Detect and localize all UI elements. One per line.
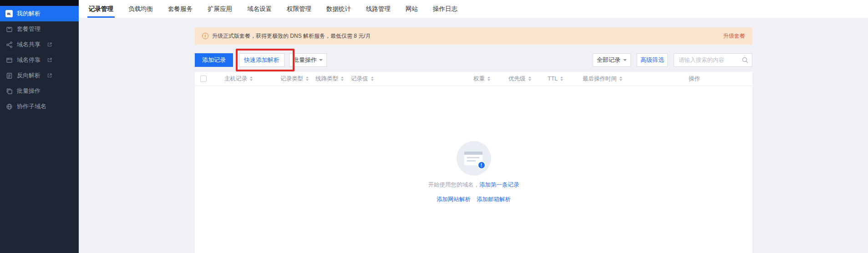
- column-label: 最后操作时间: [583, 75, 617, 83]
- sidebar-item-label: 域名停靠: [17, 56, 41, 64]
- browser-window-icon: [5, 56, 13, 64]
- column-header-line-type[interactable]: 线路类型: [315, 75, 351, 83]
- record-filter-dropdown[interactable]: 全部记录: [593, 53, 631, 67]
- external-link-icon: [47, 58, 52, 62]
- select-all-checkbox[interactable]: [200, 76, 207, 82]
- sidebar-item-label: 域名共享: [17, 40, 41, 49]
- search-box: [674, 53, 752, 67]
- upgrade-plan-link[interactable]: 升级套餐: [723, 32, 745, 40]
- add-record-button[interactable]: 添加记录: [195, 53, 233, 67]
- column-header-host[interactable]: 主机记录: [224, 75, 280, 83]
- column-label: 权重: [473, 75, 485, 83]
- search-input[interactable]: [674, 53, 752, 67]
- batch-operations-label: 批量操作: [293, 56, 317, 64]
- sort-icon[interactable]: [250, 76, 253, 81]
- column-label: TTL: [548, 76, 558, 82]
- sidebar-item-package-management[interactable]: 套餐管理: [0, 21, 79, 37]
- table-header-row: 主机记录 记录类型 线路类型 记录值 权重 优先级 TTL 最后操作时间: [195, 72, 752, 86]
- sidebar-item-batch-operations[interactable]: 批量操作: [0, 83, 79, 99]
- records-table: 主机记录 记录类型 线路类型 记录值 权重 优先级 TTL 最后操作时间: [195, 72, 752, 253]
- column-header-record-type[interactable]: 记录类型: [280, 75, 315, 83]
- sort-icon[interactable]: [560, 76, 563, 81]
- sort-icon[interactable]: [306, 76, 309, 81]
- tab-permission-management[interactable]: 权限管理: [287, 0, 311, 18]
- empty-state-prefix: 开始使用您的域名，: [428, 182, 480, 188]
- sidebar-item-label: 批量操作: [17, 87, 41, 95]
- tab-plan-service[interactable]: 套餐服务: [168, 0, 193, 18]
- column-label: 优先级: [508, 75, 526, 83]
- column-header-ttl[interactable]: TTL: [548, 76, 583, 82]
- column-header-last-operated[interactable]: 最后操作时间: [583, 75, 689, 83]
- add-mail-record-link[interactable]: 添加邮箱解析: [477, 196, 511, 203]
- domain-favicon-icon: w.: [5, 10, 13, 17]
- tab-load-balancing[interactable]: 负载均衡: [128, 0, 153, 18]
- sort-icon[interactable]: [619, 76, 622, 81]
- tab-record-management[interactable]: 记录管理: [89, 0, 113, 18]
- globe-icon: [5, 103, 13, 110]
- empty-state: ! 开始使用您的域名，添加第一条记录 添加网站解析 添加邮箱解析: [195, 141, 752, 203]
- add-first-record-link[interactable]: 添加第一条记录: [479, 182, 519, 188]
- sort-icon[interactable]: [487, 76, 490, 81]
- chevron-down-icon: [623, 59, 627, 61]
- share-icon: [5, 41, 13, 48]
- sidebar-item-collaborative-subdomains[interactable]: 协作子域名: [0, 99, 79, 114]
- package-icon: [5, 25, 13, 33]
- column-label: 记录值: [351, 75, 368, 83]
- tab-website[interactable]: 网站: [406, 0, 418, 18]
- sidebar-item-label: 协作子域名: [17, 102, 46, 111]
- tab-extensions[interactable]: 扩展应用: [208, 0, 232, 18]
- column-label: 操作: [689, 75, 700, 83]
- column-header-weight[interactable]: 权重: [473, 75, 508, 83]
- toolbar-right-group: 全部记录 高级筛选: [593, 53, 752, 67]
- quick-add-button[interactable]: 快速添加解析: [239, 53, 284, 67]
- upgrade-banner: ! 升级正式版套餐，获得更极致的 DNS 解析服务，最低仅需 8 元/月 升级套…: [195, 27, 752, 45]
- sidebar-item-domain-sharing[interactable]: 域名共享: [0, 37, 79, 52]
- tab-statistics[interactable]: 数据统计: [326, 0, 351, 18]
- column-header-record-value[interactable]: 记录值: [351, 75, 473, 83]
- external-link-icon: [47, 73, 52, 78]
- sidebar-item-my-dns[interactable]: w. 我的解析: [0, 6, 79, 21]
- record-toolbar: 添加记录 快速添加解析 批量操作 全部记录 高级筛选: [195, 53, 752, 67]
- sidebar-item-label: 反向解析: [17, 71, 41, 80]
- search-icon[interactable]: [741, 56, 749, 66]
- sort-icon[interactable]: [528, 76, 531, 81]
- copy-icon: [5, 87, 13, 95]
- empty-state-message: 开始使用您的域名，添加第一条记录: [428, 181, 519, 189]
- sidebar-top-strip: [0, 0, 79, 6]
- sidebar-item-label: 套餐管理: [17, 25, 41, 33]
- sidebar-item-reverse-dns[interactable]: 反向解析: [0, 68, 79, 83]
- chevron-down-icon: [319, 59, 323, 61]
- column-label: 线路类型: [315, 75, 338, 83]
- column-header-actions: 操作: [689, 75, 752, 83]
- column-header-priority[interactable]: 优先级: [508, 75, 548, 83]
- warning-circle-icon: !: [202, 33, 208, 39]
- external-link-icon: [47, 42, 52, 47]
- sidebar-item-label: 我的解析: [17, 10, 41, 18]
- sidebar-item-domain-parking[interactable]: 域名停靠: [0, 52, 79, 68]
- tab-operation-log[interactable]: 操作日志: [433, 0, 457, 18]
- document-icon: [5, 72, 13, 79]
- tab-domain-settings[interactable]: 域名设置: [247, 0, 272, 18]
- column-label: 主机记录: [224, 75, 247, 83]
- sidebar: w. 我的解析 套餐管理 域名共享 域名停靠 反向解析: [0, 0, 79, 253]
- advanced-filter-button[interactable]: 高级筛选: [637, 53, 668, 67]
- batch-operations-dropdown[interactable]: 批量操作: [289, 53, 327, 67]
- empty-records-icon: !: [457, 141, 491, 176]
- add-site-record-link[interactable]: 添加网站解析: [437, 196, 471, 203]
- exclamation-badge-icon: !: [477, 161, 486, 169]
- empty-state-links: 添加网站解析 添加邮箱解析: [437, 196, 511, 203]
- upgrade-banner-text: 升级正式版套餐，获得更极致的 DNS 解析服务，最低仅需 8 元/月: [212, 32, 371, 40]
- sort-icon[interactable]: [371, 76, 374, 81]
- column-label: 记录类型: [280, 75, 303, 83]
- tab-bar: 记录管理 负载均衡 套餐服务 扩展应用 域名设置 权限管理 数据统计 线路管理 …: [79, 0, 868, 18]
- record-filter-label: 全部记录: [597, 56, 620, 64]
- sort-icon[interactable]: [341, 76, 344, 81]
- tab-line-management[interactable]: 线路管理: [366, 0, 391, 18]
